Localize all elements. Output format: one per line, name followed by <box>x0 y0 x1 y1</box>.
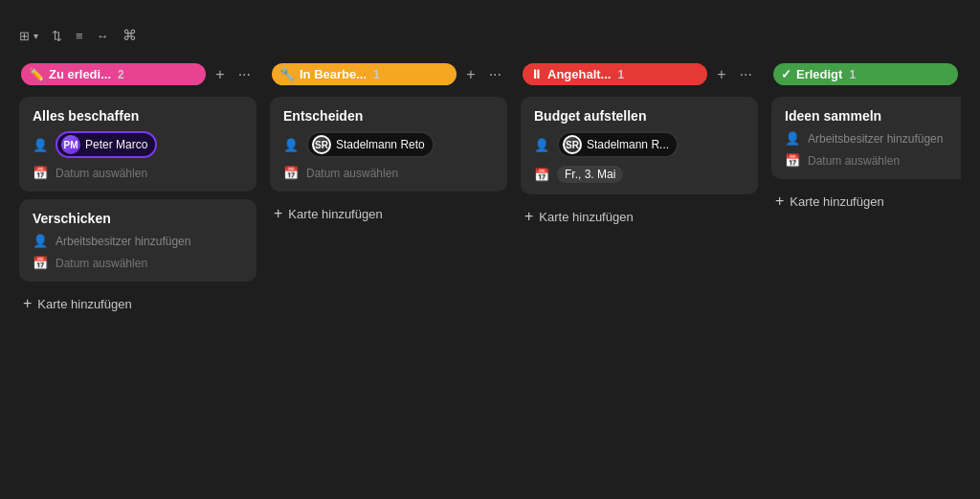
card-paused-0[interactable]: Budget aufstellen👤SRStadelmann R...📅Fr.,… <box>521 97 758 194</box>
column-label-text-todo: Zu erledi... <box>49 67 111 81</box>
column-menu-button-inprogress[interactable]: ··· <box>485 64 505 85</box>
calendar-icon: 📅 <box>33 256 48 270</box>
date-placeholder-inprogress-0[interactable]: Datum auswählen <box>306 167 398 180</box>
filter-icon: ≡ <box>76 29 83 43</box>
card-title-todo-1: Verschicken <box>33 211 243 226</box>
plus-icon: + <box>524 208 533 225</box>
column-add-button-todo[interactable]: + <box>212 64 228 85</box>
toolbar: ⊞ ▾ ⇅ ≡ ↔ ⌘ <box>19 27 961 44</box>
group-icon: ⊞ <box>19 29 30 43</box>
assignee-placeholder-done-0[interactable]: Arbeitsbesitzer hinzufügen <box>808 132 943 146</box>
plus-icon: + <box>23 295 32 312</box>
assignee-pill-dark-inprogress-0[interactable]: SRStadelmann Reto <box>306 131 434 158</box>
workflow-icon: ⌘ <box>122 27 137 44</box>
sort-button[interactable]: ⇅ <box>52 29 62 43</box>
assignee-name: Stadelmann Reto <box>336 138 425 151</box>
date-placeholder-todo-1[interactable]: Datum auswählen <box>56 257 147 270</box>
workflow-button[interactable]: ⌘ <box>122 27 137 44</box>
assignee-pill-dark-paused-0[interactable]: SRStadelmann R... <box>557 131 679 158</box>
column-menu-button-todo[interactable]: ··· <box>234 64 255 85</box>
person-icon: 👤 <box>33 234 48 248</box>
date-pill-paused-0[interactable]: Fr., 3. Mai <box>557 166 623 183</box>
add-card-button-todo[interactable]: + Karte hinzufügen <box>19 289 256 318</box>
card-assignee-field-done-0: 👤Arbeitsbesitzer hinzufügen <box>785 131 961 146</box>
column-todo: ✏️Zu erledi...2+···Alles beschaffen👤PMPe… <box>19 59 256 482</box>
column-header-paused: ⏸Angehalt...1+··· <box>521 59 758 89</box>
assignee-name: Stadelmann R... <box>587 138 669 151</box>
expand-icon: ↔ <box>97 29 109 43</box>
column-icon-paused: ⏸ <box>530 67 543 81</box>
column-add-button-paused[interactable]: + <box>713 64 729 85</box>
date-placeholder-done-0[interactable]: Datum auswählen <box>808 154 900 168</box>
card-todo-0[interactable]: Alles beschaffen👤PMPeter Marco📅Datum aus… <box>19 97 256 192</box>
column-add-button-inprogress[interactable]: + <box>462 64 479 85</box>
column-header-inprogress: 🔧In Bearbe...1+··· <box>270 59 507 89</box>
plus-icon: + <box>775 193 784 210</box>
avatar: SR <box>563 135 582 154</box>
card-date-field-todo-1: 📅Datum auswählen <box>33 256 243 270</box>
sort-icon: ⇅ <box>52 29 62 43</box>
board: ✏️Zu erledi...2+···Alles beschaffen👤PMPe… <box>19 59 961 489</box>
person-icon: 👤 <box>33 138 48 152</box>
avatar: SR <box>312 135 331 154</box>
person-icon: 👤 <box>534 138 549 152</box>
column-icon-done: ✓ <box>781 67 791 81</box>
add-card-button-paused[interactable]: + Karte hinzufügen <box>521 202 758 231</box>
column-badge-inprogress: 1 <box>373 68 380 81</box>
column-label-text-done: Erledigt <box>796 67 842 81</box>
column-icon-inprogress: 🔧 <box>279 67 295 81</box>
calendar-icon: 📅 <box>283 166 299 180</box>
column-label-todo: ✏️Zu erledi...2 <box>21 63 206 85</box>
column-header-todo: ✏️Zu erledi...2+··· <box>19 59 256 89</box>
column-label-text-inprogress: In Bearbe... <box>300 67 367 81</box>
column-label-done: ✓Erledigt1 <box>773 63 958 85</box>
column-label-paused: ⏸Angehalt...1 <box>523 63 707 85</box>
card-assignee-field-todo-0: 👤PMPeter Marco <box>33 131 243 158</box>
person-icon: 👤 <box>283 138 299 152</box>
card-title-done-0: Ideen sammeln <box>785 108 961 124</box>
column-header-done: ✓Erledigt1+··· <box>771 59 961 89</box>
card-done-0[interactable]: Ideen sammeln👤Arbeitsbesitzer hinzufügen… <box>771 97 961 179</box>
column-done: ✓Erledigt1+···Ideen sammeln👤Arbeitsbesit… <box>771 59 961 482</box>
card-title-inprogress-0: Entscheiden <box>283 108 494 124</box>
column-menu-button-paused[interactable]: ··· <box>736 64 756 85</box>
card-date-field-paused-0: 📅Fr., 3. Mai <box>534 166 745 183</box>
column-label-inprogress: 🔧In Bearbe...1 <box>272 63 457 85</box>
column-badge-paused: 1 <box>617 68 624 81</box>
card-todo-1[interactable]: Verschicken👤Arbeitsbesitzer hinzufügen📅D… <box>19 199 256 282</box>
card-title-todo-0: Alles beschaffen <box>33 108 243 124</box>
column-badge-todo: 2 <box>118 68 124 81</box>
card-date-field-done-0: 📅Datum auswählen <box>785 153 961 168</box>
calendar-icon: 📅 <box>534 168 549 182</box>
assignee-name: Peter Marco <box>85 138 147 151</box>
assignee-pill-todo-0[interactable]: PMPeter Marco <box>56 131 157 158</box>
column-badge-done: 1 <box>849 68 856 81</box>
column-icon-todo: ✏️ <box>29 67 44 81</box>
column-paused: ⏸Angehalt...1+···Budget aufstellen👤SRSta… <box>521 59 758 482</box>
card-assignee-field-todo-1: 👤Arbeitsbesitzer hinzufügen <box>33 234 243 248</box>
add-card-button-done[interactable]: + Karte hinzufügen <box>771 187 961 215</box>
card-title-paused-0: Budget aufstellen <box>534 108 745 124</box>
card-date-field-todo-0: 📅Datum auswählen <box>33 166 243 180</box>
add-card-button-inprogress[interactable]: + Karte hinzufügen <box>270 199 507 228</box>
calendar-icon: 📅 <box>785 153 800 168</box>
plus-icon: + <box>274 205 282 222</box>
card-assignee-field-inprogress-0: 👤SRStadelmann Reto <box>283 131 494 158</box>
card-assignee-field-paused-0: 👤SRStadelmann R... <box>534 131 745 158</box>
date-placeholder-todo-0[interactable]: Datum auswählen <box>56 167 147 180</box>
filter-button[interactable]: ≡ <box>76 29 83 43</box>
expand-button[interactable]: ↔ <box>97 29 109 43</box>
card-inprogress-0[interactable]: Entscheiden👤SRStadelmann Reto📅Datum ausw… <box>270 97 507 192</box>
chevron-down-icon: ▾ <box>33 31 38 41</box>
avatar: PM <box>61 135 80 154</box>
calendar-icon: 📅 <box>33 166 48 180</box>
person-icon: 👤 <box>785 131 800 146</box>
assignee-placeholder-todo-1[interactable]: Arbeitsbesitzer hinzufügen <box>56 235 190 248</box>
column-label-text-paused: Angehalt... <box>547 67 611 81</box>
card-date-field-inprogress-0: 📅Datum auswählen <box>283 166 494 180</box>
column-inprogress: 🔧In Bearbe...1+···Entscheiden👤SRStadelma… <box>270 59 507 482</box>
group-button[interactable]: ⊞ ▾ <box>19 29 38 43</box>
